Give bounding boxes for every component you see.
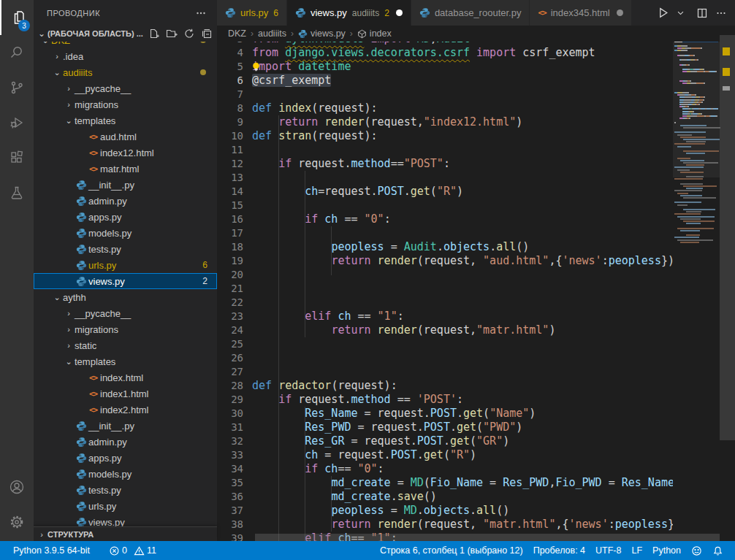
workspace-section-header[interactable]: ⌄ (РАБОЧАЯ ОБЛАСТЬ) ... xyxy=(34,26,217,42)
line-number[interactable]: 8 xyxy=(217,101,243,115)
tree-item-templates[interactable]: ⌄templates xyxy=(34,353,217,369)
eol-status[interactable]: LF xyxy=(627,541,647,560)
tree-item-views.py[interactable]: views.py2 xyxy=(34,273,217,289)
tree-item-urls.py[interactable]: urls.py xyxy=(34,498,217,514)
tree-item-.idea[interactable]: ›.idea xyxy=(34,48,217,64)
line-number[interactable]: 39 xyxy=(217,532,243,541)
line-number[interactable]: 12 xyxy=(217,157,243,171)
views-more-actions-icon[interactable] xyxy=(195,7,207,19)
python-interpreter-status[interactable]: Python 3.9.5 64-bit xyxy=(9,541,94,560)
tab-index345.html[interactable]: <>index345.html xyxy=(530,0,631,26)
outline-section-header[interactable]: › СТРУКТУРА xyxy=(34,526,217,541)
search-view-button[interactable] xyxy=(0,35,34,70)
tree-item-models.py[interactable]: models.py xyxy=(34,466,217,482)
run-button[interactable] xyxy=(655,4,671,21)
indentation-status[interactable]: Пробелов: 4 xyxy=(529,541,590,560)
tree-item-index.html[interactable]: <>index.html xyxy=(34,369,217,386)
line-number[interactable]: 21 xyxy=(217,282,243,296)
scrollbar-thumb[interactable] xyxy=(720,35,735,440)
tree-item-apps.py[interactable]: apps.py xyxy=(34,209,217,225)
tree-item-admin.py[interactable]: admin.py xyxy=(34,434,217,450)
language-mode-status[interactable]: Python xyxy=(648,541,685,560)
testing-view-button[interactable] xyxy=(0,175,34,210)
more-actions-button[interactable] xyxy=(713,5,729,21)
tree-item-audiiits[interactable]: ⌄audiiits xyxy=(34,64,217,80)
line-number[interactable]: 25 xyxy=(217,337,243,351)
dirty-dot-icon[interactable] xyxy=(396,9,403,16)
cursor-position-status[interactable]: Строка 6, столбец 1 (выбрано 12) xyxy=(376,541,528,560)
tree-item-views.py[interactable]: views.py xyxy=(34,514,217,527)
tree-item-matr.html[interactable]: <>matr.html xyxy=(34,161,217,177)
settings-button[interactable] xyxy=(0,505,34,540)
explorer-view-button[interactable]: 3 xyxy=(0,0,34,35)
line-number[interactable]: 5 xyxy=(217,60,243,74)
line-number[interactable]: 6 xyxy=(217,74,243,88)
tree-item-apps.py[interactable]: apps.py xyxy=(34,450,217,466)
tree-item-migrations[interactable]: ›migrations xyxy=(34,321,217,337)
line-number[interactable]: 23 xyxy=(217,310,243,323)
minimap[interactable] xyxy=(673,26,720,541)
refresh-icon[interactable] xyxy=(183,28,195,39)
account-button[interactable] xyxy=(0,469,34,505)
line-number[interactable]: 35 xyxy=(217,476,243,490)
tree-item-index1.html[interactable]: <>index1.html xyxy=(34,386,217,402)
vertical-scrollbar[interactable] xyxy=(720,26,735,541)
line-number[interactable]: 32 xyxy=(217,434,243,448)
breadcrumb-item-views.py[interactable]: views.py xyxy=(298,28,346,39)
tree-item-__init__.py[interactable]: __init__.py xyxy=(34,177,217,193)
line-number[interactable]: 31 xyxy=(217,421,243,434)
line-number[interactable]: 17 xyxy=(217,226,243,240)
line-number[interactable]: 30 xyxy=(217,407,243,421)
tree-item-DKZ[interactable]: ⌄DKZ xyxy=(34,42,217,48)
tab-views.py[interactable]: views.pyaudiiits2 xyxy=(287,0,411,26)
breadcrumb-item-index[interactable]: index xyxy=(357,28,392,39)
tree-item-__init__.py[interactable]: __init__.py xyxy=(34,418,217,434)
tree-item-__pycache__[interactable]: ›__pycache__ xyxy=(34,305,217,321)
line-number[interactable]: 24 xyxy=(217,323,243,337)
breadcrumb-item-DKZ[interactable]: DKZ xyxy=(228,28,246,39)
line-number[interactable]: 9 xyxy=(217,115,243,129)
tree-item-index2.html[interactable]: <>index2.html xyxy=(34,402,217,418)
problems-status[interactable]: 0 11 xyxy=(104,541,161,560)
line-number[interactable]: 15 xyxy=(217,199,243,212)
line-number[interactable]: 16 xyxy=(217,212,243,226)
line-number[interactable]: 19 xyxy=(217,254,243,268)
line-number[interactable]: 11 xyxy=(217,143,243,157)
code-editor[interactable]: 3456789101112131415161718192021222324252… xyxy=(217,26,735,541)
line-number[interactable]: 18 xyxy=(217,240,243,254)
line-number[interactable]: 37 xyxy=(217,504,243,518)
line-number[interactable]: 33 xyxy=(217,448,243,462)
source-control-view-button[interactable] xyxy=(0,70,34,105)
breadcrumb-item-audiiits[interactable]: audiiits xyxy=(258,28,286,39)
encoding-status[interactable]: UTF-8 xyxy=(591,541,625,560)
notifications-button[interactable] xyxy=(708,541,728,560)
line-number[interactable]: 34 xyxy=(217,462,243,476)
tree-item-tests.py[interactable]: tests.py xyxy=(34,482,217,498)
tree-item-aud.html[interactable]: <>aud.html xyxy=(34,129,217,145)
tab-urls.py[interactable]: urls.py6 xyxy=(217,0,287,26)
line-number[interactable]: 26 xyxy=(217,351,243,365)
tree-item-tests.py[interactable]: tests.py xyxy=(34,241,217,257)
tree-item-index12.html[interactable]: <>index12.html xyxy=(34,145,217,161)
tree-item-models.py[interactable]: models.py xyxy=(34,225,217,241)
new-file-icon[interactable] xyxy=(148,28,160,39)
line-number[interactable]: 13 xyxy=(217,171,243,185)
tree-item-templates[interactable]: ⌄templates xyxy=(34,112,217,129)
line-number[interactable]: 36 xyxy=(217,490,243,504)
line-number[interactable]: 7 xyxy=(217,88,243,101)
line-number[interactable]: 4 xyxy=(217,46,243,60)
horizontal-scrollbar[interactable] xyxy=(255,534,720,541)
line-number[interactable]: 22 xyxy=(217,296,243,310)
feedback-button[interactable] xyxy=(687,541,707,560)
run-dropdown-button[interactable] xyxy=(674,7,687,19)
split-editor-button[interactable] xyxy=(694,5,710,21)
line-number[interactable]: 38 xyxy=(217,518,243,532)
line-number[interactable]: 10 xyxy=(217,129,243,143)
dirty-dot-icon[interactable] xyxy=(617,9,623,16)
line-number[interactable]: 28 xyxy=(217,379,243,393)
tree-item-migrations[interactable]: ›migrations xyxy=(34,96,217,112)
line-number[interactable]: 20 xyxy=(217,268,243,282)
extensions-view-button[interactable] xyxy=(0,140,34,175)
collapse-all-icon[interactable] xyxy=(201,28,213,39)
tab-database_roouter.py[interactable]: database_roouter.py xyxy=(411,0,530,26)
